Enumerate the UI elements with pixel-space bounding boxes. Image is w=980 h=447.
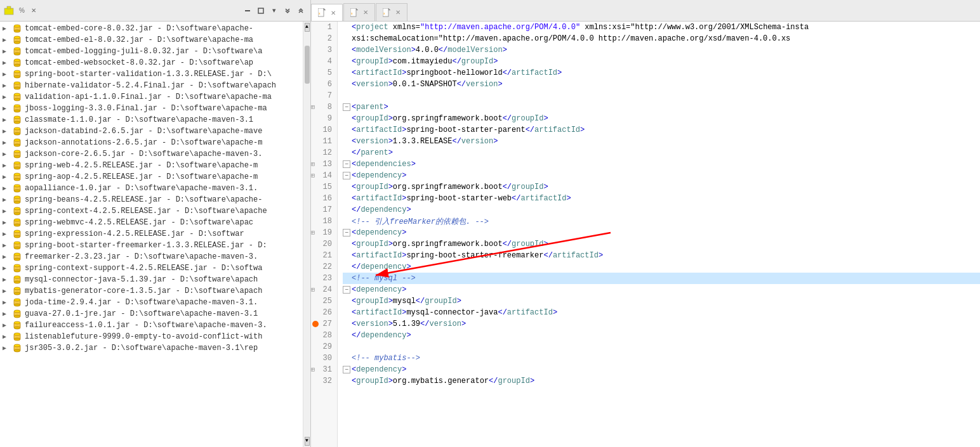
expand-arrow: ▶	[3, 82, 11, 89]
editor-content[interactable]: 1234567891011121314151617181920212223242…	[311, 22, 980, 447]
code-content: <groupId>mysql</groupId>	[352, 297, 461, 306]
fold-indicator[interactable]: −	[343, 229, 350, 236]
code-area: <project xmlns="http://maven.apache.org/…	[338, 22, 980, 447]
svg-point-36	[14, 144, 20, 146]
code-line: <version>5.1.39</version>	[343, 318, 980, 330]
package-item[interactable]: ▶ tomcat-embed-websocket-8.0.32.jar - D:…	[0, 57, 303, 68]
svg-point-84	[14, 327, 20, 329]
package-item[interactable]: ▶ guava-27.0.1-jre.jar - D:\software\apa…	[0, 308, 303, 320]
code-content: <artifactId>springboot-helloworld</artif…	[352, 68, 562, 77]
expand-arrow: ▶	[3, 207, 11, 215]
package-item[interactable]: ▶ validation-api-1.1.0.Final.jar - D:\so…	[0, 91, 303, 103]
svg-point-51	[14, 201, 20, 204]
package-item[interactable]: ▶ jackson-core-2.6.5.jar - D:\software\a…	[0, 148, 303, 160]
package-item[interactable]: ▶ tomcat-embed-logging-juli-8.0.32.jar -…	[0, 46, 303, 57]
package-item[interactable]: ▶ spring-beans-4.2.5.RELEASE.jar - D:\so…	[0, 194, 303, 205]
code-content: <version>0.0.1-SNAPSHOT</version>	[352, 80, 503, 89]
package-item[interactable]: ▶ spring-webmvc-4.2.5.RELEASE.jar - D:\s…	[0, 217, 303, 228]
svg-rect-3	[258, 8, 263, 13]
expand-arrow: ▶	[3, 344, 11, 352]
editor-tab-pom-close[interactable]: ✕	[331, 10, 336, 16]
expand-arrow: ▶	[3, 276, 11, 283]
pkg-scrollbar[interactable]: ▲ ▼	[303, 22, 310, 447]
line-number: 32	[311, 375, 337, 387]
jar-icon	[11, 81, 23, 91]
package-item[interactable]: ▶ jboss-logging-3.3.0.Final.jar - D:\sof…	[0, 103, 303, 114]
package-item[interactable]: ▶ hibernate-validator-5.2.4.Final.jar - …	[0, 80, 303, 91]
minimize-btn[interactable]	[242, 5, 253, 16]
package-item[interactable]: ▶ jsr305-3.0.2.jar - D:\software\apache-…	[0, 342, 303, 354]
svg-point-87	[14, 338, 20, 340]
svg-point-72	[14, 281, 20, 283]
fold-indicator[interactable]: −	[343, 366, 350, 373]
code-line: − <dependency>	[343, 170, 980, 181]
package-item[interactable]: ▶ mysql-connector-java-5.1.39.jar - D:\s…	[0, 274, 303, 285]
code-content: <artifactId>spring-boot-starter-web</art…	[352, 194, 571, 203]
line-number: 2	[311, 33, 337, 44]
package-item[interactable]: ▶ spring-boot-starter-freemarker-1.3.3.R…	[0, 240, 303, 251]
editor-tab-pom[interactable]: x ✕	[311, 4, 343, 22]
panel-close-btn[interactable]: ✕	[31, 7, 36, 14]
package-item[interactable]: ▶ tomcat-embed-core-8.0.32.jar - D:\soft…	[0, 23, 303, 34]
line-number: 6	[311, 79, 337, 90]
svg-point-44	[14, 173, 20, 176]
view-menu-btn[interactable]: ▾	[268, 5, 280, 16]
package-item[interactable]: ▶ tomcat-embed-el-8.0.32.jar - D:\softwa…	[0, 34, 303, 46]
package-item[interactable]: ▶ spring-expression-4.2.5.RELEASE.jar - …	[0, 228, 303, 240]
svg-point-32	[14, 127, 20, 130]
package-name: jboss-logging-3.3.0.Final.jar - D:\softw…	[25, 104, 267, 113]
fold-indicator[interactable]: −	[343, 172, 350, 179]
svg-point-24	[14, 98, 20, 101]
package-item[interactable]: ▶ spring-context-support-4.2.5.RELEASE.j…	[0, 262, 303, 274]
jar-icon	[11, 263, 23, 273]
code-content: <groupId>org.springframework.boot</group…	[352, 114, 548, 123]
fold-indicator[interactable]: −	[343, 160, 350, 168]
collapse-btn[interactable]	[282, 5, 293, 16]
fold-indicator[interactable]: −	[343, 103, 350, 111]
package-name: listenablefuture-9999.0-empty-to-avoid-c…	[25, 332, 262, 341]
expand-arrow: ▶	[3, 310, 11, 318]
jar-icon	[11, 92, 23, 102]
jar-icon	[11, 217, 23, 228]
code-line: <version>0.0.1-SNAPSHOT</version>	[343, 79, 980, 90]
package-item[interactable]: ▶ spring-context-4.2.5.RELEASE.jar - D:\…	[0, 205, 303, 217]
package-item[interactable]: ▶ aopalliance-1.0.jar - D:\software\apac…	[0, 183, 303, 194]
editor-tab-spring[interactable]: x ✕	[376, 3, 407, 21]
package-name: aopalliance-1.0.jar - D:\software\apache…	[25, 184, 258, 193]
editor-tab-parent[interactable]: x ✕	[343, 3, 375, 21]
package-item[interactable]: ▶ spring-web-4.2.5.RELEASE.jar - D:\soft…	[0, 160, 303, 171]
code-line: <project xmlns="http://maven.apache.org/…	[343, 22, 980, 33]
package-name: mysql-connector-java-5.1.39.jar - D:\sof…	[25, 275, 258, 284]
editor-tab-spring-close[interactable]: ✕	[395, 9, 401, 16]
svg-point-65	[14, 253, 20, 256]
jar-icon	[11, 320, 23, 330]
line-number: 4	[311, 56, 337, 67]
package-item[interactable]: ▶ mybatis-generator-core-1.3.5.jar - D:\…	[0, 285, 303, 297]
fold-indicator[interactable]: −	[343, 286, 350, 294]
package-item[interactable]: ▶ listenablefuture-9999.0-empty-to-avoid…	[0, 331, 303, 342]
package-item[interactable]: ▶ jackson-annotations-2.6.5.jar - D:\sof…	[0, 137, 303, 148]
svg-point-17	[14, 70, 20, 73]
package-item[interactable]: ▶ joda-time-2.9.4.jar - D:\software\apac…	[0, 297, 303, 308]
svg-point-63	[14, 247, 20, 249]
line-number: 15	[311, 181, 337, 193]
maximize-btn[interactable]	[255, 5, 267, 16]
line-number: 1	[311, 22, 337, 33]
code-line: <!-- mysql -->	[343, 273, 980, 284]
package-item[interactable]: ▶ freemarker-2.3.23.jar - D:\software\ap…	[0, 251, 303, 262]
package-item[interactable]: ▶ classmate-1.1.0.jar - D:\software\apac…	[0, 114, 303, 126]
package-item[interactable]: ▶ spring-boot-starter-validation-1.3.3.R…	[0, 68, 303, 80]
svg-point-77	[14, 299, 20, 301]
package-name: jackson-annotations-2.6.5.jar - D:\softw…	[25, 138, 262, 147]
package-name: tomcat-embed-websocket-8.0.32.jar - D:\s…	[25, 58, 253, 67]
package-item[interactable]: ▶ jackson-databind-2.6.5.jar - D:\softwa…	[0, 126, 303, 137]
expand-btn[interactable]	[295, 5, 307, 16]
package-item[interactable]: ▶ failureaccess-1.0.1.jar - D:\software\…	[0, 320, 303, 331]
package-item[interactable]: ▶ spring-aop-4.2.5.RELEASE.jar - D:\soft…	[0, 171, 303, 183]
line-number: 29	[311, 341, 337, 353]
editor-tab-parent-close[interactable]: ✕	[363, 9, 368, 16]
svg-point-54	[14, 212, 20, 215]
svg-point-57	[14, 224, 20, 226]
line-number: 21	[311, 250, 337, 261]
jar-icon	[11, 275, 23, 285]
